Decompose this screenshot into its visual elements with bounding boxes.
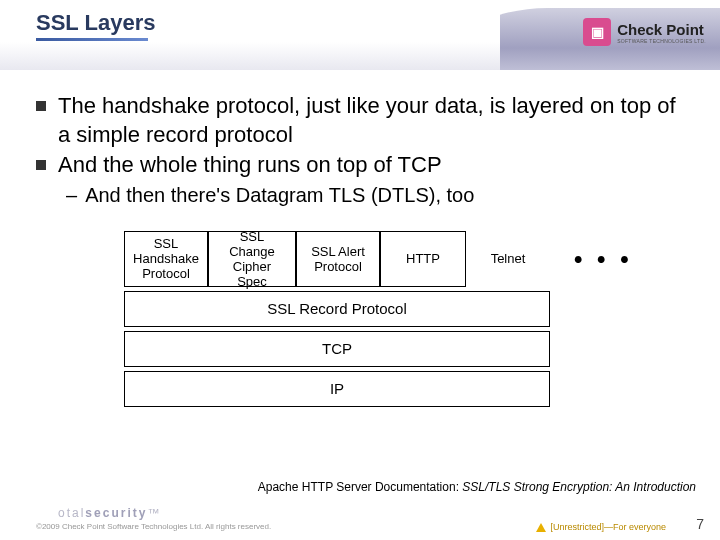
logo-block: ▣ Check Point SOFTWARE TECHNOLOGIES LTD. [583, 18, 706, 46]
citation-prefix: Apache HTTP Server Documentation: [258, 480, 463, 494]
ellipsis-icon: • • • [574, 231, 633, 287]
page-number: 7 [696, 516, 704, 532]
checkpoint-logo-icon: ▣ [583, 18, 611, 46]
box-ssl-alert: SSL Alert Protocol [296, 231, 380, 287]
box-tcp: TCP [124, 331, 550, 367]
box-ssl-handshake: SSL Handshake Protocol [124, 231, 208, 287]
dash-icon: – [66, 184, 77, 207]
content-area: The handshake protocol, just like your d… [0, 70, 720, 407]
logo-sub: SOFTWARE TECHNOLOGIES LTD. [617, 38, 706, 44]
protocol-stack-diagram: SSL Handshake Protocol SSL Change Cipher… [124, 231, 636, 407]
citation-title: SSL/TLS Strong Encryption: An Introducti… [462, 480, 696, 494]
slide-footer: ©2009 Check Point Software Technologies … [0, 512, 720, 540]
copyright: ©2009 Check Point Software Technologies … [36, 522, 271, 531]
citation: Apache HTTP Server Documentation: SSL/TL… [258, 480, 696, 494]
box-http: HTTP [380, 231, 466, 287]
bullet-1: The handshake protocol, just like your d… [36, 92, 684, 149]
title-underline [36, 38, 148, 41]
box-ssl-record: SSL Record Protocol [124, 291, 550, 327]
logo-text: Check Point SOFTWARE TECHNOLOGIES LTD. [617, 21, 706, 44]
slide-title: SSL Layers [36, 10, 155, 36]
slide-header: SSL Layers ▣ Check Point SOFTWARE TECHNO… [0, 0, 720, 70]
logo-name: Check Point [617, 21, 704, 38]
warning-triangle-icon [536, 523, 546, 532]
bullet-2: And the whole thing runs on top of TCP [36, 151, 684, 180]
classification-text: [Unrestricted]—For everyone [550, 522, 666, 532]
box-telnet: Telnet [466, 231, 550, 287]
classification: [Unrestricted]—For everyone [536, 522, 666, 532]
box-ip: IP [124, 371, 550, 407]
diagram-top-row: SSL Handshake Protocol SSL Change Cipher… [124, 231, 636, 287]
box-ssl-cipher-spec: SSL Change Cipher Spec [208, 231, 296, 287]
sub-bullet-text: And then there's Datagram TLS (DTLS), to… [85, 184, 474, 207]
bullet-2-text: And the whole thing runs on top of TCP [58, 151, 442, 180]
bullet-square-icon [36, 160, 46, 170]
sub-bullet: – And then there's Datagram TLS (DTLS), … [66, 184, 684, 207]
bullet-square-icon [36, 101, 46, 111]
bullet-1-text: The handshake protocol, just like your d… [58, 92, 684, 149]
